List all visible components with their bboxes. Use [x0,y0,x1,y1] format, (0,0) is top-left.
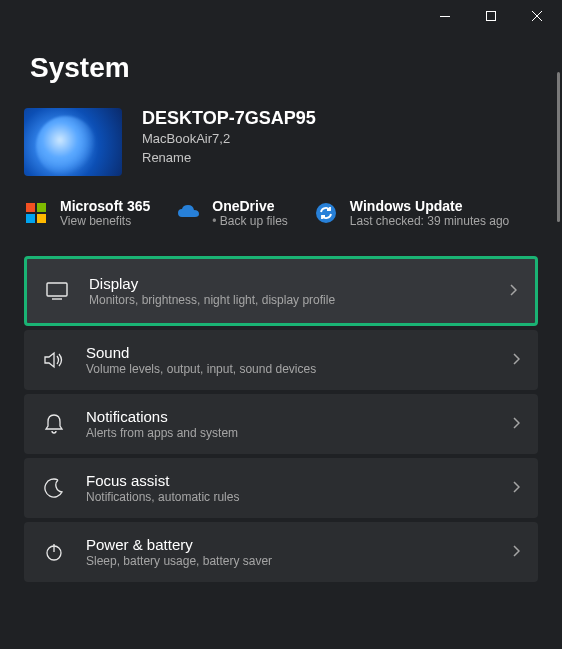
quick-link-ms365[interactable]: Microsoft 365 View benefits [24,198,150,228]
window-titlebar [0,0,562,32]
chevron-right-icon [512,544,520,560]
moon-icon [42,476,66,500]
ms365-sub: View benefits [60,214,150,228]
onedrive-title: OneDrive [212,198,288,214]
device-name: DESKTOP-7GSAP95 [142,108,316,129]
cloud-icon [176,201,200,225]
device-wallpaper-thumbnail[interactable] [24,108,122,176]
ms365-title: Microsoft 365 [60,198,150,214]
sound-icon [42,348,66,372]
chevron-right-icon [512,480,520,496]
setting-title: Power & battery [86,536,492,553]
settings-list: Display Monitors, brightness, night ligh… [24,256,538,582]
rename-link[interactable]: Rename [142,150,316,165]
device-model: MacBookAir7,2 [142,131,316,146]
svg-point-4 [316,203,336,223]
power-icon [42,540,66,564]
svg-rect-5 [47,283,67,296]
bell-icon [42,412,66,436]
quick-link-onedrive[interactable]: OneDrive Back up files [176,198,288,228]
setting-desc: Volume levels, output, input, sound devi… [86,362,492,376]
chevron-right-icon [512,416,520,432]
svg-rect-1 [487,12,496,21]
setting-title: Display [89,275,489,292]
chevron-right-icon [512,352,520,368]
maximize-button[interactable] [468,0,514,32]
setting-item-sound[interactable]: Sound Volume levels, output, input, soun… [24,330,538,390]
display-icon [45,279,69,303]
setting-item-focus-assist[interactable]: Focus assist Notifications, automatic ru… [24,458,538,518]
device-section: DESKTOP-7GSAP95 MacBookAir7,2 Rename [24,108,538,176]
setting-desc: Monitors, brightness, night light, displ… [89,293,489,307]
update-title: Windows Update [350,198,509,214]
setting-item-display[interactable]: Display Monitors, brightness, night ligh… [24,256,538,326]
page-title: System [30,52,538,84]
scrollbar[interactable] [557,72,560,222]
setting-title: Focus assist [86,472,492,489]
setting-title: Notifications [86,408,492,425]
setting-desc: Sleep, battery usage, battery saver [86,554,492,568]
setting-title: Sound [86,344,492,361]
quick-link-windows-update[interactable]: Windows Update Last checked: 39 minutes … [314,198,509,228]
update-sub: Last checked: 39 minutes ago [350,214,509,228]
setting-desc: Notifications, automatic rules [86,490,492,504]
microsoft-icon [24,201,48,225]
close-button[interactable] [514,0,560,32]
onedrive-sub: Back up files [212,214,288,228]
quick-links-row: Microsoft 365 View benefits OneDrive Bac… [24,198,538,228]
chevron-right-icon [509,283,517,299]
svg-rect-0 [440,16,450,17]
setting-item-notifications[interactable]: Notifications Alerts from apps and syste… [24,394,538,454]
setting-item-power[interactable]: Power & battery Sleep, battery usage, ba… [24,522,538,582]
setting-desc: Alerts from apps and system [86,426,492,440]
update-sync-icon [314,201,338,225]
minimize-button[interactable] [422,0,468,32]
